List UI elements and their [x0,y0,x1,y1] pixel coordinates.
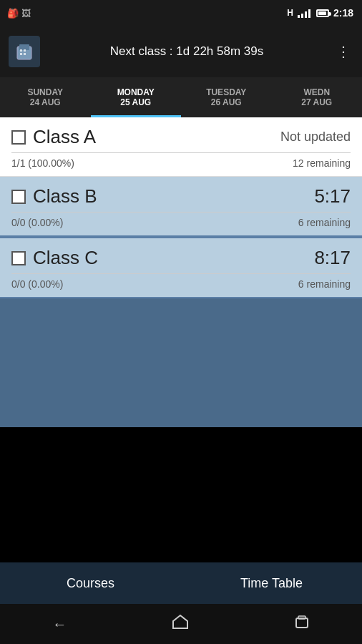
class-c-item[interactable]: Class C 8:17 0/0 (0.00%) 6 remaining [0,237,362,298]
bottom-nav: Courses Time Table [0,562,362,604]
courses-label: Courses [67,576,114,591]
class-c-name: Class C [33,247,98,269]
image-icon: 🖼 [21,8,31,19]
tab-wednesday[interactable]: WEDN 27 AUG [272,77,363,117]
class-c-remaining: 6 remaining [298,278,351,290]
class-a-name: Class A [33,126,96,148]
svg-rect-7 [296,618,308,628]
day-tabs: SUNDAY 24 AUG MONDAY 25 AUG TUESDAY 26 A… [0,77,362,117]
tab-monday[interactable]: MONDAY 25 AUG [91,77,182,117]
app-icon [9,36,40,67]
signal-bars-icon [298,8,310,18]
time-display: 2:18 [333,7,353,19]
notification-icon: 🎒 [7,8,19,19]
tab-sunday[interactable]: SUNDAY 24 AUG [0,77,91,117]
class-a-progress: 1/1 (100.00%) [11,157,74,169]
class-b-time: 5:17 [314,185,351,208]
class-c-progress: 0/0 (0.00%) [11,278,63,290]
courses-tab[interactable]: Courses [0,562,181,604]
class-b-item[interactable]: Class B 5:17 0/0 (0.00%) 6 remaining [0,177,362,237]
timetable-label: Time Table [240,576,303,591]
class-c-checkbox[interactable] [11,251,26,265]
system-nav-bar: ← [0,604,362,644]
top-bar: Next class : 1d 22h 58m 39s ⋮ [0,26,362,77]
class-a-status: Not updated [280,130,351,145]
content-area: Class A Not updated 1/1 (100.00%) 12 rem… [0,117,362,427]
back-button[interactable]: ← [52,616,67,633]
class-a-item[interactable]: Class A Not updated 1/1 (100.00%) 12 rem… [0,117,362,177]
status-left-icons: 🎒 🖼 [7,8,31,19]
class-a-remaining: 12 remaining [293,157,351,169]
svg-rect-3 [24,49,26,52]
svg-rect-2 [20,49,22,52]
class-b-progress: 0/0 (0.00%) [11,217,63,228]
home-button[interactable] [172,614,189,634]
class-c-time: 8:17 [314,247,351,269]
signal-h-label: H [287,8,293,18]
class-b-checkbox[interactable] [11,190,26,204]
recent-apps-button[interactable] [294,615,310,633]
tab-tuesday[interactable]: TUESDAY 26 AUG [181,77,272,117]
status-bar: 🎒 🖼 H 2:18 [0,0,362,26]
timetable-tab[interactable]: Time Table [181,562,362,604]
battery-icon [316,9,329,17]
next-class-label: Next class : 1d 22h 58m 39s [49,44,325,59]
class-b-name: Class B [33,185,97,208]
more-options-button[interactable]: ⋮ [333,40,353,63]
class-a-checkbox[interactable] [11,130,26,145]
svg-rect-5 [24,53,26,55]
svg-rect-1 [19,44,29,50]
status-right-icons: H 2:18 [287,7,353,19]
class-b-remaining: 6 remaining [298,217,351,228]
empty-space [0,298,362,427]
svg-rect-4 [20,53,22,55]
svg-marker-6 [173,615,187,628]
